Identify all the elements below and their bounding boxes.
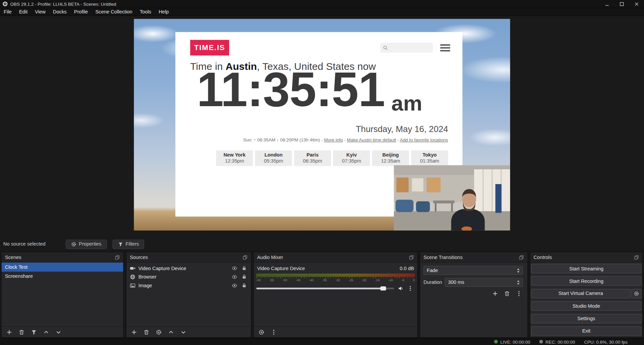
menu-file[interactable]: File [0, 9, 15, 15]
camera-icon [130, 265, 136, 271]
source-item-image[interactable]: Image [127, 281, 251, 290]
virtual-camera-config-button[interactable] [631, 289, 642, 298]
eye-icon[interactable] [232, 274, 237, 279]
channel-menu-dots-icon[interactable] [407, 286, 413, 291]
timeis-date: Thursday, May 16, 2024 [356, 124, 448, 134]
volume-slider-handle[interactable] [380, 287, 386, 291]
move-source-up-icon[interactable] [168, 329, 174, 335]
move-scene-up-icon[interactable] [43, 329, 49, 335]
move-scene-down-icon[interactable] [55, 329, 61, 335]
source-item-browser[interactable]: Browser [127, 272, 251, 281]
timeis-sun-line: Sun: ↑ 06:35AM ↓ 08:20PM (13h 46m) - Mor… [243, 137, 448, 142]
popout-icon[interactable] [519, 255, 524, 260]
scenes-panel-header[interactable]: Scenes [2, 252, 123, 263]
transition-select[interactable]: Fade [423, 266, 523, 275]
speaker-icon[interactable] [398, 286, 404, 291]
minimize-button[interactable] [600, 0, 614, 8]
menu-tools[interactable]: Tools [136, 9, 155, 15]
minimize-icon [605, 2, 609, 6]
close-button[interactable] [629, 0, 644, 8]
popout-icon[interactable] [409, 255, 414, 260]
obs-window: OBS 29.1.2 - Profile: LLHLS BETA - Scene… [0, 0, 644, 345]
gear-icon [634, 291, 639, 296]
menu-help[interactable]: Help [155, 9, 172, 15]
menu-docks[interactable]: Docks [49, 9, 71, 15]
titlebar: OBS 29.1.2 - Profile: LLHLS BETA - Scene… [0, 0, 644, 8]
scene-item-screenshare[interactable]: Screenshare [2, 272, 123, 281]
filters-button[interactable]: Filters [112, 240, 144, 249]
sources-panel: Sources Video Capture Device Browser [126, 252, 251, 338]
spinner-arrows[interactable] [517, 280, 519, 285]
mixer-channel-name: Video Capture Device [257, 265, 305, 271]
dock-area: Scenes Clock Test Screenshare Sources [0, 252, 644, 338]
advanced-audio-gear-icon[interactable] [258, 329, 264, 335]
timeis-search-box [380, 43, 433, 52]
globe-icon [130, 274, 136, 279]
lock-icon[interactable] [241, 283, 247, 288]
settings-button[interactable]: Settings [531, 314, 642, 323]
remove-source-icon[interactable] [143, 329, 149, 335]
remove-transition-icon[interactable] [504, 291, 510, 297]
webcam-source [394, 165, 510, 230]
mixer-toolbar [254, 326, 417, 337]
add-scene-icon[interactable] [6, 329, 12, 335]
menu-scene-collection[interactable]: Scene Collection [92, 9, 136, 15]
scenes-panel: Scenes Clock Test Screenshare [1, 252, 124, 338]
close-icon [635, 2, 639, 6]
mixer-menu-dots-icon[interactable] [271, 329, 277, 335]
duration-input[interactable]: 300 ms [445, 278, 523, 287]
eye-icon[interactable] [232, 283, 237, 288]
volume-slider[interactable] [256, 288, 394, 289]
exit-button[interactable]: Exit [531, 326, 642, 336]
hamburger-icon [440, 44, 450, 51]
move-source-down-icon[interactable] [180, 329, 186, 335]
lock-icon[interactable] [241, 265, 247, 271]
transition-menu-dots-icon[interactable] [516, 291, 522, 297]
eye-icon[interactable] [232, 265, 237, 271]
start-recording-button[interactable]: Start Recording [531, 276, 642, 286]
audio-mixer-header[interactable]: Audio Mixer [254, 252, 417, 263]
scene-preview[interactable]: TIME.IS Time in Austin, Texas, United St… [134, 19, 510, 230]
clock-ampm: am [392, 95, 422, 112]
popout-icon[interactable] [114, 255, 120, 260]
remove-scene-icon[interactable] [18, 329, 25, 335]
start-virtual-camera-button[interactable]: Start Virtual Camera [531, 289, 631, 298]
meter-scale: -60-55-50-45-40-35-30-25-20-15-10-50 [256, 278, 415, 282]
volume-meter [256, 274, 415, 277]
webcam-video [394, 165, 510, 230]
cpu-fps-stats: CPU: 0.6%, 30.00 fps [584, 339, 628, 344]
properties-button[interactable]: Properties [66, 240, 107, 249]
status-bar: LIVE: 00:00:00 REC: 00:00:00 CPU: 0.6%, … [0, 338, 644, 345]
rec-status-icon [539, 340, 543, 344]
menu-edit[interactable]: Edit [15, 9, 31, 15]
image-icon [130, 283, 136, 288]
menu-view[interactable]: View [31, 9, 49, 15]
controls-panel-header[interactable]: Controls [530, 252, 642, 263]
scene-filters-icon[interactable] [31, 329, 37, 335]
start-streaming-button[interactable]: Start Streaming [531, 264, 642, 273]
add-transition-icon[interactable] [492, 291, 498, 297]
make-default-link: Make Austin time default [347, 137, 396, 142]
studio-mode-button[interactable]: Studio Mode [531, 301, 642, 311]
popout-icon[interactable] [634, 255, 639, 260]
city-card: Kyiv07:35pm [333, 150, 370, 166]
popout-icon[interactable] [242, 255, 248, 260]
chevron-down-icon [517, 268, 519, 272]
source-item-video-capture[interactable]: Video Capture Device [127, 264, 251, 272]
menu-profile[interactable]: Profile [70, 9, 92, 15]
maximize-button[interactable] [614, 0, 629, 8]
source-properties-icon[interactable] [156, 329, 162, 335]
maximize-icon [620, 2, 624, 6]
city-card: Beijing12:35am [372, 150, 409, 166]
clock: 11:35:51 am [197, 67, 422, 112]
add-source-icon[interactable] [131, 329, 137, 335]
city-card: New York12:35pm [216, 150, 253, 166]
search-icon [383, 45, 388, 50]
source-toolbar: No source selected Properties Filters [0, 238, 644, 251]
sources-panel-header[interactable]: Sources [127, 252, 251, 263]
lock-icon[interactable] [241, 274, 247, 279]
window-title: OBS 29.1.2 - Profile: LLHLS BETA - Scene… [10, 1, 116, 6]
scene-item-clock-test[interactable]: Clock Test [2, 263, 123, 272]
obs-logo-icon [2, 1, 8, 7]
transitions-panel-header[interactable]: Scene Transitions [420, 252, 527, 263]
